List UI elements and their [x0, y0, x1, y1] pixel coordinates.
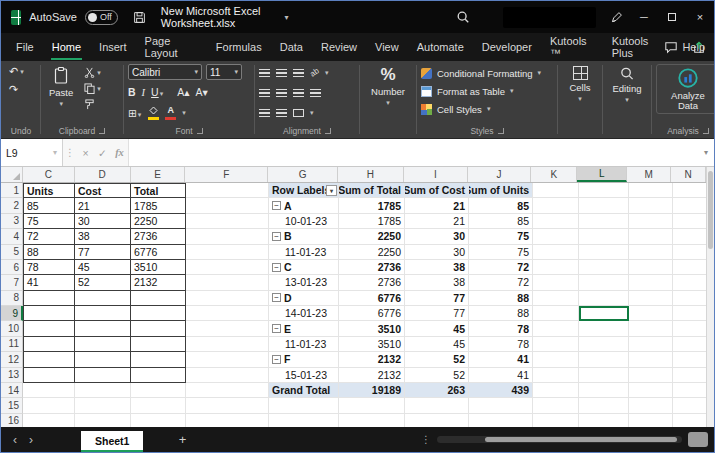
cell-C14[interactable] — [23, 383, 75, 398]
cell-J6[interactable]: 72 — [469, 260, 533, 275]
cell-E6[interactable]: 3510 — [131, 260, 186, 275]
autosave-toggle[interactable]: Off — [85, 10, 118, 25]
cell-D15[interactable] — [75, 398, 131, 413]
cell-E7[interactable]: 2132 — [131, 275, 186, 290]
cell-G2[interactable]: −A — [269, 198, 339, 213]
cell-C12[interactable] — [23, 352, 75, 367]
cell-H15[interactable] — [339, 398, 405, 413]
collapse-icon[interactable]: − — [272, 263, 281, 272]
cell-F12[interactable] — [186, 352, 269, 367]
cell-K3[interactable] — [533, 214, 579, 229]
copy-button[interactable]: ▾ — [81, 82, 104, 95]
cell-I1[interactable]: Sum of Cost — [405, 183, 469, 198]
col-header-E[interactable]: E — [131, 167, 186, 182]
cell-F5[interactable] — [186, 245, 269, 260]
editing-button[interactable]: Editing ▾ — [607, 64, 647, 106]
vertical-scrollbar-thumb[interactable] — [708, 171, 713, 249]
cell-I15[interactable] — [405, 398, 469, 413]
font-size-combo[interactable]: 11▾ — [206, 64, 242, 80]
cell-I14[interactable]: 263 — [405, 383, 469, 398]
cell-H12[interactable]: 2132 — [339, 352, 405, 367]
cell-G12[interactable]: −F — [269, 352, 339, 367]
cell-J9[interactable]: 88 — [469, 306, 533, 321]
cell-L2[interactable] — [579, 198, 629, 213]
cell-G10[interactable]: −E — [269, 321, 339, 336]
cell-N9[interactable] — [673, 306, 708, 321]
col-header-K[interactable]: K — [531, 167, 577, 182]
cell-L8[interactable] — [579, 291, 629, 306]
cell-L4[interactable] — [579, 229, 629, 244]
cell-N8[interactable] — [673, 291, 708, 306]
cell-D6[interactable]: 45 — [75, 260, 131, 275]
row-header-8[interactable]: 8 — [1, 291, 23, 306]
cell-G5[interactable]: 11-01-23 — [269, 245, 339, 260]
cell-C6[interactable]: 78 — [23, 260, 75, 275]
search-icon[interactable] — [456, 10, 470, 24]
align-center-icon[interactable] — [276, 89, 287, 97]
cell-I11[interactable]: 45 — [405, 337, 469, 352]
row-header-13[interactable]: 13 — [1, 368, 23, 383]
align-bottom-icon[interactable] — [293, 69, 304, 77]
collapse-icon[interactable]: − — [272, 232, 281, 241]
row-header-15[interactable]: 15 — [1, 398, 23, 413]
row-header-3[interactable]: 3 — [1, 214, 23, 229]
cell-I9[interactable]: 77 — [405, 306, 469, 321]
cell-L9[interactable] — [579, 306, 629, 321]
collapse-icon[interactable]: − — [272, 324, 281, 333]
excel-logo-icon[interactable] — [11, 10, 21, 25]
cell-G15[interactable] — [269, 398, 339, 413]
cell-G9[interactable]: 14-01-23 — [269, 306, 339, 321]
merge-center-icon[interactable] — [293, 109, 304, 117]
cell-K4[interactable] — [533, 229, 579, 244]
pen-icon[interactable] — [610, 11, 623, 24]
dialog-launcher-icon[interactable] — [325, 128, 331, 134]
cell-D4[interactable]: 38 — [75, 229, 131, 244]
cell-K15[interactable] — [533, 398, 579, 413]
number-format-button[interactable]: % Number ▾ — [364, 64, 412, 109]
col-header-H[interactable]: H — [338, 167, 404, 182]
sheet-tab-sheet1[interactable]: Sheet1 — [81, 431, 143, 452]
scrollbar-splitter-icon[interactable]: ⋮ — [421, 434, 431, 445]
cell-I2[interactable]: 21 — [405, 198, 469, 213]
cell-H11[interactable]: 3510 — [339, 337, 405, 352]
cell-N15[interactable] — [673, 398, 708, 413]
cell-D8[interactable] — [75, 291, 131, 306]
cell-E8[interactable] — [131, 291, 186, 306]
col-header-F[interactable]: F — [185, 167, 268, 182]
cells-button[interactable]: Cells ▾ — [562, 64, 598, 105]
close-button[interactable]: × — [686, 1, 714, 33]
cell-M12[interactable] — [629, 352, 673, 367]
align-top-icon[interactable] — [259, 69, 270, 77]
cell-M4[interactable] — [629, 229, 673, 244]
cell-E14[interactable] — [131, 383, 186, 398]
tab-formulas[interactable]: Formulas — [207, 33, 271, 61]
cell-K6[interactable] — [533, 260, 579, 275]
cell-E2[interactable]: 1785 — [131, 198, 186, 213]
cell-M7[interactable] — [629, 275, 673, 290]
tab-page-layout[interactable]: Page Layout — [136, 33, 207, 61]
align-left-icon[interactable] — [259, 89, 270, 97]
collapse-icon[interactable]: − — [272, 355, 281, 364]
share-icon[interactable] — [692, 41, 706, 54]
cell-H2[interactable]: 1785 — [339, 198, 405, 213]
underline-button[interactable]: U▾ — [151, 86, 163, 98]
cell-M3[interactable] — [629, 214, 673, 229]
row-header-4[interactable]: 4 — [1, 229, 23, 244]
cell-J14[interactable]: 439 — [469, 383, 533, 398]
cell-H13[interactable]: 2132 — [339, 368, 405, 383]
cell-F14[interactable] — [186, 383, 269, 398]
row-header-9[interactable]: 9 — [1, 306, 23, 321]
cell-I5[interactable]: 30 — [405, 245, 469, 260]
cell-E15[interactable] — [131, 398, 186, 413]
align-right-icon[interactable] — [293, 89, 304, 97]
cell-L12[interactable] — [579, 352, 629, 367]
cell-N2[interactable] — [673, 198, 708, 213]
borders-button[interactable]: ⊞▾ — [128, 107, 141, 119]
cell-E9[interactable] — [131, 306, 186, 321]
align-middle-icon[interactable] — [276, 69, 287, 77]
cell-J8[interactable]: 88 — [469, 291, 533, 306]
cell-J1[interactable]: Sum of Units — [469, 183, 533, 198]
cell-D12[interactable] — [75, 352, 131, 367]
cell-D9[interactable] — [75, 306, 131, 321]
dialog-launcher-icon[interactable] — [197, 128, 203, 134]
